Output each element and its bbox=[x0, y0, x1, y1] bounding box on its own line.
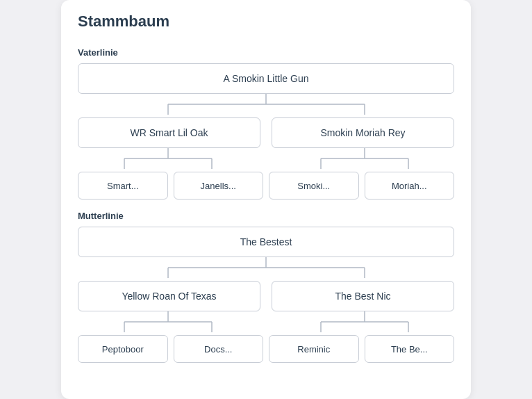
vaterlinie-level2-node-left[interactable]: WR Smart Lil Oak bbox=[78, 117, 260, 148]
vaterlinie-label: Vaterlinie bbox=[61, 40, 471, 63]
mutterlinie-level2-row: Yellow Roan Of Texas The Best Nic bbox=[78, 281, 454, 311]
mutterlinie-level2-node-left[interactable]: Yellow Roan Of Texas bbox=[78, 281, 260, 311]
vaterlinie-level3-node-2[interactable]: Janells... bbox=[174, 172, 264, 200]
vaterlinie-connector-1 bbox=[78, 94, 454, 115]
mutterlinie-level1-node[interactable]: The Bestest bbox=[78, 227, 454, 257]
vaterlinie-section: A Smokin Little Gun WR Smart Lil Oak Smo… bbox=[61, 63, 471, 200]
mutterlinie-connector-2 bbox=[78, 311, 454, 332]
mutterlinie-tree: The Bestest Yellow Roan Of Texas The Bes… bbox=[61, 227, 471, 363]
vaterlinie-level3-row: Smart... Janells... Smoki... Moriah... bbox=[78, 172, 454, 200]
mutterlinie-level3-node-1[interactable]: Peptoboor bbox=[78, 335, 168, 363]
vaterlinie-connector-2 bbox=[78, 148, 454, 169]
vaterlinie-level3-node-4[interactable]: Moriah... bbox=[365, 172, 455, 200]
mutterlinie-level3-node-4[interactable]: The Be... bbox=[365, 335, 455, 363]
mutterlinie-connector-1 bbox=[78, 257, 454, 278]
vaterlinie-level3-node-3[interactable]: Smoki... bbox=[269, 172, 359, 200]
vaterlinie-level1-node[interactable]: A Smokin Little Gun bbox=[78, 63, 454, 94]
page-title: Stammbaum bbox=[61, 0, 471, 40]
mutterlinie-level1-row: The Bestest bbox=[78, 227, 454, 257]
mutterlinie-section: Mutterlinie The Bestest Yellow Roan Of T… bbox=[61, 204, 471, 363]
vaterlinie-level1-row: A Smokin Little Gun bbox=[78, 63, 454, 94]
mutterlinie-label: Mutterlinie bbox=[61, 204, 471, 227]
vaterlinie-level2-row: WR Smart Lil Oak Smokin Moriah Rey bbox=[78, 117, 454, 148]
vaterlinie-level3-node-1[interactable]: Smart... bbox=[78, 172, 168, 200]
mutterlinie-level3-node-2[interactable]: Docs... bbox=[174, 335, 264, 363]
stammbaum-card: Stammbaum Vaterlinie A Smokin Little Gun bbox=[61, 0, 471, 399]
vaterlinie-level2-node-right[interactable]: Smokin Moriah Rey bbox=[272, 117, 454, 148]
mutterlinie-level3-row: Peptoboor Docs... Reminic The Be... bbox=[78, 335, 454, 363]
mutterlinie-level3-node-3[interactable]: Reminic bbox=[269, 335, 359, 363]
page-container: Stammbaum Vaterlinie A Smokin Little Gun bbox=[0, 0, 532, 399]
mutterlinie-level2-node-right[interactable]: The Best Nic bbox=[272, 281, 454, 311]
